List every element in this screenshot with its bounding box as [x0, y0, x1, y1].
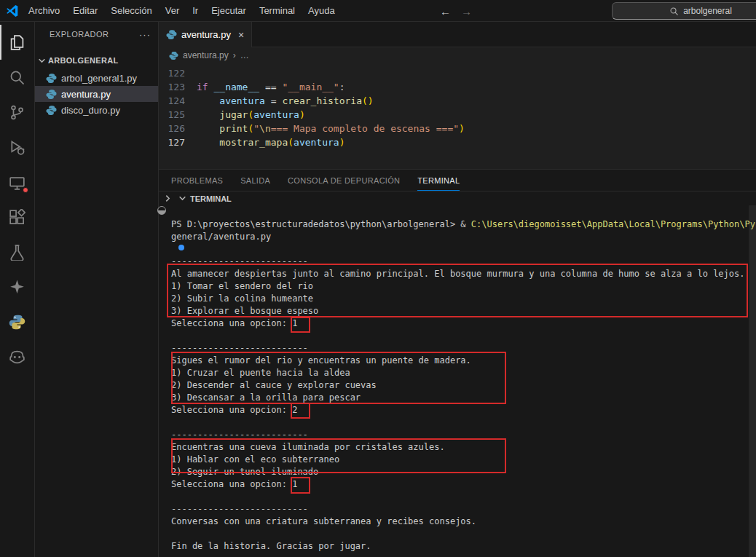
search-sidebar-icon[interactable]	[0, 60, 35, 95]
error-badge	[23, 187, 28, 193]
terminal-line: Fin de la historia. Gracias por jugar.	[171, 540, 756, 553]
code-line-122: 122	[159, 66, 756, 80]
python-file-icon	[46, 105, 57, 116]
remote-explorer-icon[interactable]	[0, 165, 35, 200]
tab-label: aventura.py	[181, 29, 231, 40]
python-file-icon	[169, 51, 178, 60]
code-line-126: 126 print("\n=== Mapa completo de escena…	[159, 122, 756, 135]
tab-aventura-py[interactable]: aventura.py ×	[159, 22, 252, 47]
menu-ir[interactable]: Ir	[186, 0, 205, 22]
menu-ver[interactable]: Ver	[159, 0, 186, 22]
file-name: arbol_general1.py	[61, 73, 137, 84]
breadcrumb-file[interactable]: aventura.py	[183, 50, 229, 60]
panel-tab-terminal[interactable]: TERMINAL	[417, 170, 460, 191]
terminal-line	[171, 243, 756, 256]
terminal-line	[171, 528, 756, 540]
file-list: arbol_general1.py aventura.py disco_duro…	[35, 70, 158, 118]
line-number: 123	[159, 80, 197, 94]
terminal-line: Selecciona una opcion: 1	[171, 478, 756, 491]
code-line-123: 123if __name__ == "__main__":	[159, 80, 756, 94]
chevron-down-icon	[38, 57, 46, 65]
terminal-line: Sigues el rumor del rio y encuentras un …	[171, 355, 756, 367]
extensions-icon[interactable]	[0, 200, 35, 234]
panel-tabbar: PROBLEMASSALIDACONSOLA DE DEPURACIÓNTERM…	[159, 169, 756, 191]
menu-editar[interactable]: Editar	[66, 0, 104, 22]
folder-section-arbolgeneral[interactable]: ARBOLGENERAL	[35, 52, 158, 68]
chat-sparkle-icon[interactable]	[0, 269, 35, 304]
file-item-arbol_general1.py[interactable]: arbol_general1.py	[35, 70, 158, 86]
code-text: aventura = crear_historia()	[197, 94, 374, 108]
editor-tab-bar: aventura.py ×	[159, 22, 756, 47]
terminal-command-dot-icon	[178, 245, 184, 250]
vscode-logo-icon	[6, 4, 19, 17]
vscode-window: ArchivoEditarSelecciónVerIrEjecutarTermi…	[0, 0, 756, 557]
panel-tab-consola-de-depuración[interactable]: CONSOLA DE DEPURACIÓN	[288, 170, 400, 191]
terminal-line: Conversas con una criatura subterranea y…	[171, 515, 756, 528]
terminal-line: 1) Cruzar el puente hacia la aldea	[171, 367, 756, 379]
terminal-line: 3) Explorar el bosque espeso	[171, 305, 756, 317]
sidebar-title: EXPLORADOR	[50, 30, 109, 39]
copilot-icon[interactable]	[0, 339, 35, 374]
source-control-icon[interactable]	[0, 95, 35, 130]
nav-back-icon[interactable]: ←	[440, 5, 451, 17]
code-editor[interactable]: 122123if __name__ == "__main__":124 aven…	[159, 63, 756, 169]
testing-icon[interactable]	[0, 234, 35, 269]
terminal-line: --------------------------	[171, 503, 756, 515]
terminal-section-label: TERMINAL	[190, 194, 232, 203]
terminal-line: --------------------------	[171, 256, 756, 268]
breadcrumb: aventura.py › …	[159, 47, 756, 63]
code-line-125: 125 jugar(aventura)	[159, 108, 756, 122]
activity-bar	[0, 22, 35, 557]
terminal[interactable]: PS D:\proyectos\estructuradedatos\python…	[159, 205, 756, 557]
terminal-section-header[interactable]: TERMINAL	[159, 191, 756, 205]
code-lines: 122123if __name__ == "__main__":124 aven…	[159, 66, 756, 149]
terminal-line	[171, 330, 756, 342]
terminal-line: 3) Descansar a la orilla para pescar	[171, 392, 756, 404]
search-value: arbolgeneral	[683, 6, 732, 16]
close-icon[interactable]: ×	[238, 29, 244, 41]
explorer-icon[interactable]	[0, 25, 35, 60]
terminal-line: PS D:\proyectos\estructuradedatos\python…	[171, 218, 756, 231]
editor-group: aventura.py × aventura.py › … 122123if _…	[159, 22, 756, 557]
terminal-line: 2) Seguir un tunel iluminado	[171, 466, 756, 478]
chevron-right-icon[interactable]	[164, 194, 172, 202]
code-text: mostrar_mapa(aventura)	[197, 135, 345, 149]
command-center-search[interactable]: arbolgeneral	[612, 2, 756, 20]
terminal-line: Selecciona una opcion: 1	[171, 317, 756, 330]
terminal-line	[171, 491, 756, 503]
panel-tab-salida[interactable]: SALIDA	[240, 170, 270, 191]
menu-ejecutar[interactable]: Ejecutar	[205, 0, 253, 22]
nav-forward-icon[interactable]: →	[461, 5, 472, 17]
python-extension-icon[interactable]	[0, 304, 35, 339]
breadcrumb-more[interactable]: …	[240, 50, 249, 60]
more-actions-icon[interactable]: ···	[139, 29, 151, 40]
terminal-line: 1) Tomar el sendero del rio	[171, 280, 756, 293]
menu-terminal[interactable]: Terminal	[253, 0, 302, 22]
chevron-down-icon[interactable]	[178, 194, 186, 202]
panel-tab-problemas[interactable]: PROBLEMAS	[171, 170, 223, 191]
menu-ayuda[interactable]: Ayuda	[302, 0, 342, 22]
terminal-scrollbar[interactable]	[749, 205, 756, 557]
line-number: 126	[159, 122, 197, 135]
sidebar-header: EXPLORADOR ···	[35, 22, 158, 47]
file-item-aventura.py[interactable]: aventura.py	[35, 86, 158, 102]
run-and-debug-icon[interactable]	[0, 130, 35, 165]
file-name: disco_duro.py	[61, 105, 120, 116]
terminal-line: Selecciona una opcion: 2	[171, 404, 756, 416]
terminal-line: 1) Hablar con el eco subterraneo	[171, 454, 756, 466]
menu-archivo[interactable]: Archivo	[22, 0, 66, 22]
line-number: 124	[159, 94, 197, 108]
terminal-command-decoration-icon	[157, 206, 166, 215]
terminal-output: PS D:\proyectos\estructuradedatos\python…	[171, 218, 756, 553]
terminal-line: general/aventura.py	[171, 231, 756, 243]
line-number: 122	[159, 66, 197, 80]
title-bar: ArchivoEditarSelecciónVerIrEjecutarTermi…	[0, 0, 756, 22]
line-number: 125	[159, 108, 197, 122]
file-name: aventura.py	[61, 89, 111, 100]
terminal-line	[171, 416, 756, 429]
menu-selección[interactable]: Selección	[104, 0, 158, 22]
python-file-icon	[46, 89, 57, 100]
file-item-disco_duro.py[interactable]: disco_duro.py	[35, 102, 158, 118]
code-text: if __name__ == "__main__":	[197, 80, 345, 94]
menubar: ArchivoEditarSelecciónVerIrEjecutarTermi…	[22, 0, 342, 22]
